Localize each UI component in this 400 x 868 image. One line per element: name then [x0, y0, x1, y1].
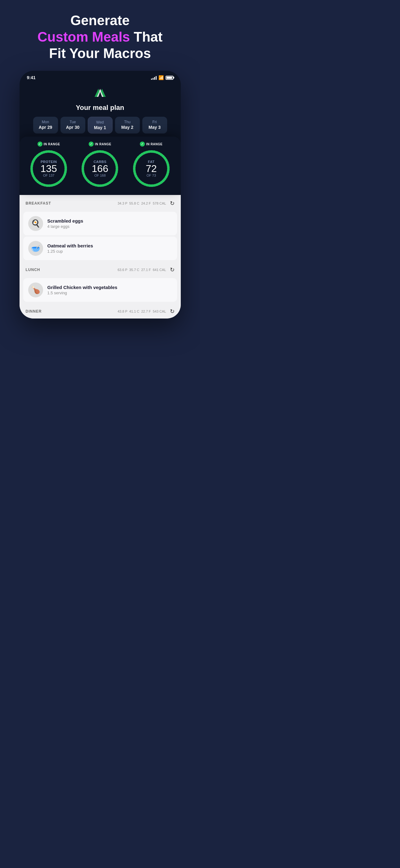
day-mon[interactable]: Mon Apr 29	[33, 117, 58, 133]
protein-progress-ring: PROTEIN 135 OF 137	[29, 148, 69, 189]
lunch-section: LUNCH 63.6 P 35.7 C 27.1 F 641 CAL ↻ 🍗 G…	[20, 261, 181, 302]
breakfast-refresh-button[interactable]: ↻	[170, 200, 174, 207]
protein-in-range-badge: ✓ IN RANGE	[37, 142, 60, 147]
oatmeal-serving: 1.25 cup	[47, 249, 93, 254]
status-icons: 📶	[151, 75, 173, 80]
day-selector[interactable]: Mon Apr 29 Tue Apr 30 Wed May 1 Thu May …	[20, 117, 181, 140]
day-tue[interactable]: Tue Apr 30	[61, 117, 85, 133]
scrambled-eggs-serving: 4 large eggs	[47, 224, 84, 229]
carbs-progress-ring: CARBS 166 OF 168	[80, 148, 120, 189]
scrambled-eggs-name: Scrambled eggs	[47, 218, 84, 223]
wifi-icon: 📶	[159, 75, 164, 80]
breakfast-section: BREAKFAST 34.3 P 55.8 C 24.2 F 578 CAL ↻…	[20, 195, 181, 260]
protein-check-icon: ✓	[37, 142, 42, 147]
dinner-section: DINNER 43.8 P 41.1 C 22.7 F 543 CAL ↻	[20, 303, 181, 318]
lunch-title: LUNCH	[26, 268, 40, 272]
phone-mockup: 9:41 📶 Your meal plan Mon Apr 29 Tue A	[20, 71, 181, 318]
hero-section: Generate Custom Meals That Fit Your Macr…	[0, 0, 200, 71]
fat-check-icon: ✓	[140, 142, 145, 147]
oatmeal-item[interactable]: 🥣 Oatmeal with berries 1.25 cup	[23, 237, 177, 260]
breakfast-macros: 34.3 P 55.8 C 24.2 F 578 CAL	[118, 202, 166, 205]
time-display: 9:41	[27, 75, 36, 80]
app-header: Your meal plan	[20, 83, 181, 117]
battery-icon	[166, 76, 173, 80]
oatmeal-name: Oatmeal with berries	[47, 243, 93, 248]
meal-plan-title: Your meal plan	[76, 104, 124, 112]
carbs-macro: ✓ IN RANGE CARBS 166 OF 168	[80, 142, 120, 189]
dinner-refresh-button[interactable]: ↻	[170, 308, 174, 315]
lunch-header: LUNCH 63.6 P 35.7 C 27.1 F 641 CAL ↻	[20, 261, 181, 277]
grilled-chicken-item[interactable]: 🍗 Grilled Chicken with vegetables 1.5 se…	[23, 278, 177, 302]
grilled-chicken-thumbnail: 🍗	[28, 282, 43, 298]
macros-panel: ✓ IN RANGE PROTEIN 135 OF 137	[20, 136, 181, 195]
status-bar: 9:41 📶	[20, 71, 181, 83]
scrambled-eggs-item[interactable]: 🍳 Scrambled eggs 4 large eggs	[23, 212, 177, 235]
fat-progress-ring: FAT 72 OF 73	[131, 148, 171, 189]
dinner-header: DINNER 43.8 P 41.1 C 22.7 F 543 CAL ↻	[20, 303, 181, 318]
carbs-check-icon: ✓	[89, 142, 94, 147]
svg-marker-2	[101, 89, 106, 97]
svg-marker-1	[95, 89, 100, 97]
meal-list: BREAKFAST 34.3 P 55.8 C 24.2 F 578 CAL ↻…	[20, 195, 181, 318]
lunch-macros: 63.6 P 35.7 C 27.1 F 641 CAL	[118, 268, 166, 272]
grilled-chicken-serving: 1.5 serving	[47, 290, 118, 295]
breakfast-title: BREAKFAST	[26, 201, 51, 206]
protein-macro: ✓ IN RANGE PROTEIN 135 OF 137	[29, 142, 69, 189]
day-wed[interactable]: Wed May 1	[88, 117, 112, 133]
grilled-chicken-name: Grilled Chicken with vegetables	[47, 285, 118, 290]
breakfast-header: BREAKFAST 34.3 P 55.8 C 24.2 F 578 CAL ↻	[20, 195, 181, 211]
fat-macro: ✓ IN RANGE FAT 72 OF 73	[131, 142, 171, 189]
scrambled-eggs-thumbnail: 🍳	[28, 216, 43, 231]
day-fri[interactable]: Fri May 3	[142, 117, 167, 133]
lunch-refresh-button[interactable]: ↻	[170, 266, 174, 273]
fat-in-range-badge: ✓ IN RANGE	[140, 142, 163, 147]
oatmeal-thumbnail: 🥣	[28, 241, 43, 256]
dinner-macros: 43.8 P 41.1 C 22.7 F 543 CAL	[118, 310, 166, 313]
hero-title: Generate Custom Meals That Fit Your Macr…	[12, 12, 188, 61]
dinner-title: DINNER	[26, 309, 42, 314]
signal-icon	[151, 76, 157, 80]
day-thu[interactable]: Thu May 2	[115, 117, 140, 133]
carbs-in-range-badge: ✓ IN RANGE	[89, 142, 111, 147]
macro-row: ✓ IN RANGE PROTEIN 135 OF 137	[25, 142, 176, 189]
app-logo-icon	[93, 86, 108, 101]
